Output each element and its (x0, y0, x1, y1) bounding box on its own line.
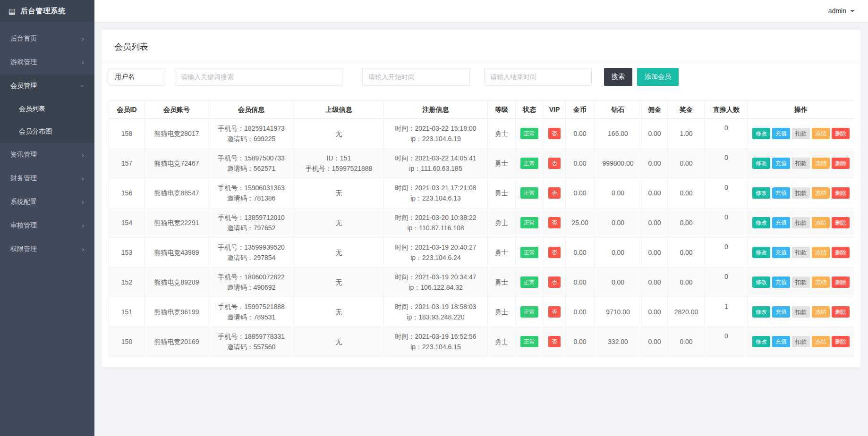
cell-register-info: 时间：2021-03-20 10:38:22ip：110.87.116.108 (384, 208, 488, 238)
add-member-button[interactable]: 添加会员 (637, 68, 679, 86)
freeze-button[interactable]: 冻结 (812, 158, 830, 169)
modify-button[interactable]: 修改 (752, 158, 770, 169)
cell-vip: 否 (544, 208, 566, 238)
deduct-button[interactable]: 扣款 (792, 336, 810, 347)
status-badge: 正常 (520, 128, 538, 139)
cell-register-info: 时间：2021-03-19 18:58:03ip：183.93.248.220 (384, 297, 488, 327)
cell-commission: 0.00 (642, 327, 668, 357)
recharge-button[interactable]: 充值 (772, 187, 790, 199)
deduct-button[interactable]: 扣款 (792, 306, 810, 318)
cell-account: 熊猫电竞43989 (145, 238, 209, 268)
cell-member-id: 150 (109, 327, 145, 357)
user-menu[interactable]: admin (828, 7, 855, 15)
sidebar-item-audit[interactable]: 审核管理 › (0, 214, 94, 237)
sidebar-item-finance[interactable]: 财务管理 › (0, 167, 94, 190)
cell-parent-info: 无 (294, 178, 384, 208)
delete-button[interactable]: 删除 (832, 217, 850, 228)
cell-referrals: 1 (705, 297, 748, 327)
sidebar-item-members[interactable]: 会员管理 › (0, 74, 94, 98)
modify-button[interactable]: 修改 (752, 247, 770, 258)
status-badge: 正常 (520, 247, 538, 258)
end-time-input[interactable] (484, 68, 592, 86)
field-select[interactable]: 用户名 (109, 68, 165, 86)
cell-parent-info: 无 (294, 297, 384, 327)
modify-button[interactable]: 修改 (752, 128, 770, 139)
delete-button[interactable]: 删除 (832, 128, 850, 139)
recharge-button[interactable]: 充值 (772, 217, 790, 228)
recharge-button[interactable]: 充值 (772, 277, 790, 288)
delete-button[interactable]: 删除 (832, 306, 850, 318)
delete-button[interactable]: 删除 (832, 187, 850, 199)
start-time-input[interactable] (362, 68, 470, 86)
modify-button[interactable]: 修改 (752, 277, 770, 288)
keyword-input[interactable] (175, 68, 342, 86)
freeze-button[interactable]: 冻结 (812, 277, 830, 288)
deduct-button[interactable]: 扣款 (792, 158, 810, 169)
cell-account: 熊猫电竞96199 (145, 297, 209, 327)
recharge-button[interactable]: 充值 (772, 306, 790, 318)
vip-badge: 否 (548, 187, 561, 199)
recharge-button[interactable]: 充值 (772, 128, 790, 139)
deduct-button[interactable]: 扣款 (792, 277, 810, 288)
recharge-button[interactable]: 充值 (772, 336, 790, 347)
cell-level: 勇士 (488, 178, 516, 208)
freeze-button[interactable]: 冻结 (812, 336, 830, 347)
cell-gold: 25.00 (566, 208, 595, 238)
sidebar-item-system-config[interactable]: 系统配置 › (0, 190, 94, 214)
cell-status: 正常 (516, 238, 544, 268)
cell-account: 熊猫电竞28017 (145, 119, 209, 149)
table-row: 153熊猫电竞43989手机号：13599939520邀请码：297854无时间… (109, 238, 854, 268)
recharge-button[interactable]: 充值 (772, 247, 790, 258)
member-table: 会员ID 会员账号 会员信息 上级信息 注册信息 等级 状态 VIP 金币 钻石 (109, 100, 854, 357)
sidebar-item-label: 会员管理 (10, 82, 37, 90)
modify-button[interactable]: 修改 (752, 187, 770, 199)
cell-parent-info: 无 (294, 208, 384, 238)
delete-button[interactable]: 删除 (832, 336, 850, 347)
search-button[interactable]: 搜索 (604, 68, 632, 86)
deduct-button[interactable]: 扣款 (792, 247, 810, 258)
cell-vip: 否 (544, 119, 566, 149)
sidebar-item-permissions[interactable]: 权限管理 › (0, 237, 94, 261)
col-commission: 佣金 (642, 101, 668, 119)
recharge-button[interactable]: 充值 (772, 158, 790, 169)
chevron-right-icon: › (82, 175, 84, 182)
freeze-button[interactable]: 冻结 (812, 217, 830, 228)
sidebar-subitem-member-distribution[interactable]: 会员分布图 (0, 120, 94, 143)
chevron-down-icon: › (79, 85, 87, 87)
modify-button[interactable]: 修改 (752, 217, 770, 228)
cell-member-id: 152 (109, 268, 145, 297)
delete-button[interactable]: 删除 (832, 277, 850, 288)
sidebar-item-news[interactable]: 资讯管理 › (0, 143, 94, 167)
cell-member-id: 154 (109, 208, 145, 238)
cell-vip: 否 (544, 178, 566, 208)
deduct-button[interactable]: 扣款 (792, 217, 810, 228)
sidebar-item-label: 资讯管理 (10, 151, 37, 159)
freeze-button[interactable]: 冻结 (812, 128, 830, 139)
modify-button[interactable]: 修改 (752, 336, 770, 347)
cell-account: 熊猫电竞22291 (145, 208, 209, 238)
sidebar-subitem-member-list[interactable]: 会员列表 (0, 98, 94, 120)
delete-button[interactable]: 删除 (832, 247, 850, 258)
sidebar-item-games[interactable]: 游戏管理 › (0, 50, 94, 74)
cell-member-info: 手机号：18060072822邀请码：490692 (209, 268, 294, 297)
deduct-button[interactable]: 扣款 (792, 128, 810, 139)
sidebar-item-home[interactable]: 后台首页 › (0, 27, 94, 50)
cell-referrals: 0 (705, 208, 748, 238)
table-row: 154熊猫电竞22291手机号：13859712010邀请码：797652无时间… (109, 208, 854, 238)
cell-register-info: 时间：2021-03-19 16:52:56ip：223.104.6.15 (384, 327, 488, 357)
freeze-button[interactable]: 冻结 (812, 247, 830, 258)
modify-button[interactable]: 修改 (752, 306, 770, 318)
cell-commission: 0.00 (642, 297, 668, 327)
deduct-button[interactable]: 扣款 (792, 187, 810, 199)
cell-referrals: 0 (705, 238, 748, 268)
cell-gold: 0.00 (566, 297, 595, 327)
delete-button[interactable]: 删除 (832, 158, 850, 169)
table-row: 152熊猫电竞89289手机号：18060072822邀请码：490692无时间… (109, 268, 854, 297)
freeze-button[interactable]: 冻结 (812, 187, 830, 199)
sidebar-item-label: 游戏管理 (10, 58, 37, 67)
cell-diamond: 0.00 (595, 268, 642, 297)
cell-status: 正常 (516, 119, 544, 149)
app-logo: ▤ 后台管理系统 (0, 0, 94, 22)
cell-bonus: 0.00 (668, 327, 705, 357)
freeze-button[interactable]: 冻结 (812, 306, 830, 318)
